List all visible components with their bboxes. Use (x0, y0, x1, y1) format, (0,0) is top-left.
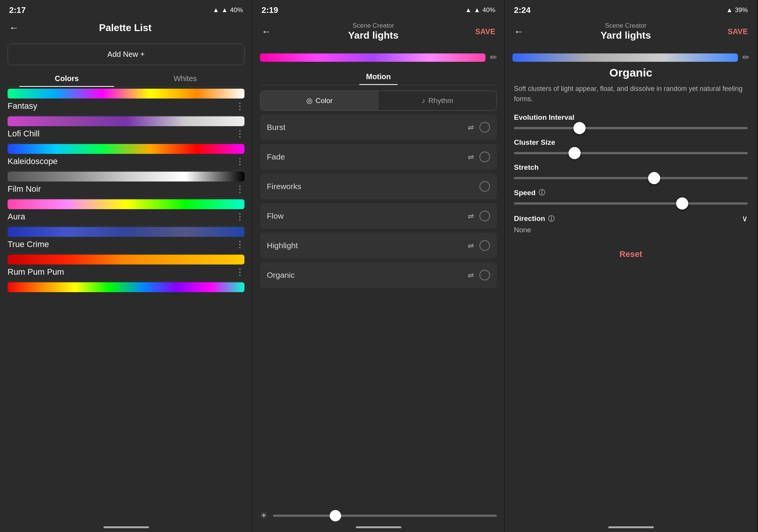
status-bar-2: 2:19 ▲ ▲ 40% (252, 0, 504, 18)
more-options-lofi[interactable]: ⋮ (235, 128, 244, 139)
home-indicator-3 (608, 526, 654, 528)
brightness-thumb[interactable] (330, 510, 341, 521)
palette-row-rumpumpum: Rum Pum Pum ⋮ (8, 267, 244, 282)
signal-icon-2: ▲ (474, 6, 480, 14)
motion-item-right-organic: ⇌ (468, 270, 490, 280)
palette-row-aura: Aura ⋮ (8, 211, 244, 226)
header-1: ← Palette List (0, 18, 252, 39)
cluster-slider-row (514, 152, 748, 154)
palette-gradient-truecrime (8, 227, 244, 237)
brightness-bar: ☀ (252, 505, 504, 524)
list-item: Lofi Chill ⋮ (8, 116, 244, 143)
save-button-3[interactable]: SAVE (728, 27, 748, 36)
motion-tab-bar: Motion (260, 69, 497, 85)
direction-label: Direction ⓘ (514, 214, 554, 223)
status-time-2: 2:19 (262, 5, 278, 15)
more-options-kaleidoscope[interactable]: ⋮ (235, 156, 244, 167)
back-button-2[interactable]: ← (262, 26, 271, 38)
status-icons-1: ▲ ▲ 40% (213, 6, 243, 14)
radio-burst[interactable] (479, 122, 490, 133)
add-new-button[interactable]: Add New + (8, 44, 244, 65)
tab-bar-1: Colors Whites (8, 70, 244, 87)
palette-gradient-aura (8, 199, 244, 209)
settings-icon-organic[interactable]: ⇌ (468, 271, 474, 280)
motion-item-fireworks[interactable]: Fireworks (260, 174, 497, 199)
palette-gradient-multi (8, 282, 244, 292)
header-center-3: Scene Creator Yard lights (524, 22, 728, 41)
back-button-3[interactable]: ← (514, 26, 524, 38)
palette-name-rumpumpum: Rum Pum Pum (8, 267, 64, 277)
settings-icon-burst[interactable]: ⇌ (468, 123, 474, 132)
palette-gradient-rumpumpum (8, 255, 244, 264)
list-item: True Crime ⋮ (8, 227, 244, 254)
motion-item-flow[interactable]: Flow ⇌ (260, 203, 497, 229)
palette-name-fantasy: Fantasy (8, 101, 37, 111)
tab-color[interactable]: ◎ Color (260, 91, 379, 110)
palette-row-kaleidoscope: Kaleidoscope ⋮ (8, 156, 244, 171)
motion-item-name-highlight: Highlight (267, 241, 298, 250)
wifi-icon: ▲ (213, 6, 219, 14)
header-2: ← Scene Creator Yard lights SAVE (252, 18, 504, 47)
panel-scene-creator: 2:19 ▲ ▲ 40% ← Scene Creator Yard lights… (252, 0, 505, 532)
save-button-2[interactable]: SAVE (475, 27, 495, 36)
reset-button[interactable]: Reset (514, 243, 748, 265)
cluster-thumb[interactable] (568, 147, 581, 159)
stretch-slider[interactable] (514, 177, 748, 179)
setting-label-evolution: Evolution Interval (514, 113, 748, 122)
speed-slider[interactable] (514, 202, 748, 205)
header-subtitle-3: Scene Creator (524, 22, 728, 30)
palette-row-filmnoir: Film Noir ⋮ (8, 184, 244, 199)
more-options-filmnoir[interactable]: ⋮ (235, 184, 244, 194)
radio-fade[interactable] (479, 152, 490, 162)
more-options-truecrime[interactable]: ⋮ (235, 239, 244, 250)
motion-item-organic[interactable]: Organic ⇌ (260, 262, 497, 288)
header-3: ← Scene Creator Yard lights SAVE (505, 18, 757, 47)
motion-item-name-fade: Fade (267, 152, 285, 161)
motion-item-right-highlight: ⇌ (468, 240, 490, 251)
settings-icon-flow[interactable]: ⇌ (468, 211, 474, 221)
header-center-2: Scene Creator Yard lights (271, 22, 475, 41)
evolution-slider[interactable] (514, 127, 748, 129)
panel-organic: 2:24 ▲ 39% ← Scene Creator Yard lights S… (505, 0, 757, 532)
brightness-slider[interactable] (273, 515, 497, 517)
evolution-thumb[interactable] (573, 122, 586, 134)
status-icons-2: ▲ ▲ 40% (465, 6, 495, 14)
edit-color-icon[interactable]: ✏ (490, 53, 497, 63)
status-bar-1: 2:17 ▲ ▲ 40% (0, 0, 252, 18)
more-options-rumpumpum[interactable]: ⋮ (235, 267, 244, 277)
settings-icon-highlight[interactable]: ⇌ (468, 241, 474, 250)
edit-color-icon-3[interactable]: ✏ (742, 53, 749, 63)
radio-highlight[interactable] (479, 240, 490, 251)
page-title-3: Yard lights (524, 30, 728, 41)
palette-gradient-filmnoir (8, 172, 244, 182)
settings-icon-fade[interactable]: ⇌ (468, 152, 474, 161)
setting-label-stretch: Stretch (514, 163, 748, 172)
chevron-down-icon[interactable]: ∨ (742, 214, 748, 224)
tab-rhythm[interactable]: ♪ Rhythm (379, 91, 497, 110)
motion-item-fade[interactable]: Fade ⇌ (260, 144, 497, 170)
header-center-1: Palette List (19, 22, 232, 34)
stretch-thumb[interactable] (648, 172, 660, 184)
radio-flow[interactable] (479, 211, 490, 221)
tab-motion[interactable]: Motion (355, 69, 402, 85)
motion-item-burst[interactable]: Burst ⇌ (260, 114, 497, 140)
motion-item-right-fireworks (479, 181, 490, 192)
cluster-slider[interactable] (514, 152, 748, 154)
battery-1: 40% (230, 6, 243, 14)
color-bar[interactable] (260, 53, 485, 62)
color-bar-organic[interactable] (512, 53, 738, 62)
tab-whites[interactable]: Whites (126, 70, 245, 87)
radio-organic[interactable] (479, 270, 490, 280)
radio-fireworks[interactable] (479, 181, 490, 192)
tab-colors[interactable]: Colors (8, 70, 126, 87)
home-bar-3 (505, 524, 757, 532)
back-button-1[interactable]: ← (9, 22, 19, 34)
organic-description: Soft clusters of light appear, float, an… (514, 84, 748, 104)
speed-thumb[interactable] (676, 197, 688, 210)
brightness-icon: ☀ (260, 511, 268, 521)
more-options-fantasy[interactable]: ⋮ (235, 101, 244, 111)
motion-item-highlight[interactable]: Highlight ⇌ (260, 233, 497, 258)
organic-content: Organic Soft clusters of light appear, f… (505, 66, 757, 524)
more-options-aura[interactable]: ⋮ (235, 211, 244, 222)
status-icons-3: ▲ 39% (726, 6, 748, 14)
